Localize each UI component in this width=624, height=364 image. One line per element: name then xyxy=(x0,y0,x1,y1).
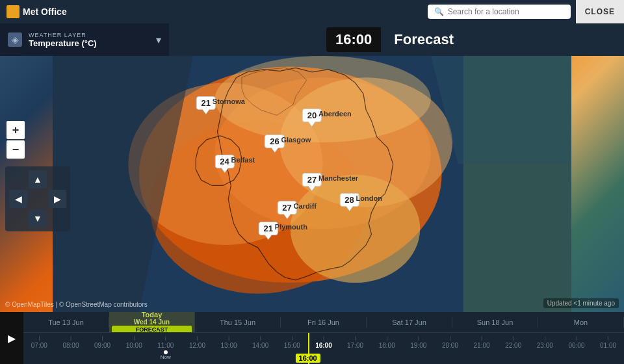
hour-18: 18:00 xyxy=(371,335,403,349)
city-name-cardiff: Cardiff xyxy=(294,202,317,210)
date-fri: Fri 16 Jun xyxy=(281,317,367,328)
zoom-in-button[interactable]: + xyxy=(6,121,25,139)
hour-20: 20:00 xyxy=(434,335,466,349)
city-name-stornowa: Stornowa xyxy=(213,98,245,105)
hour-13: 13:00 xyxy=(213,335,245,349)
hour-09: 09:00 xyxy=(86,335,118,349)
date-sat: Sat 17 Jun xyxy=(367,317,452,328)
play-area: ▶ xyxy=(0,312,23,364)
forecast-tag: FORECAST xyxy=(112,326,192,333)
city-marker-stornowa: 21 Stornowa xyxy=(196,96,216,110)
hour-01: 01:00 xyxy=(592,335,624,349)
city-marker-london: 28 London xyxy=(339,193,359,207)
city-marker-plymouth: 21 Plymouth xyxy=(259,222,278,235)
city-name-glasgow: Glasgow xyxy=(281,136,311,144)
layer-value: Temperature (°C) xyxy=(29,38,150,48)
city-name-aberdeen: Aberdeen xyxy=(318,110,352,118)
city-marker-glasgow: 26 Glasgow xyxy=(265,135,284,148)
logo-area: Met Office xyxy=(0,5,73,18)
city-name-london: London xyxy=(356,194,382,202)
search-input[interactable] xyxy=(448,7,564,16)
city-name-manchester: Manchester xyxy=(318,174,358,182)
hour-21: 21:00 xyxy=(466,335,498,349)
date-sun: Sun 18 Jun xyxy=(452,317,538,328)
layer-label: WEATHER LAYER xyxy=(29,32,150,38)
pan-right-button[interactable]: ▶ xyxy=(48,190,66,208)
timeline-hours[interactable]: 16:00 07:00 08:00 09:00 10:00 11:00 Now … xyxy=(23,333,624,364)
city-marker-manchester: 27 Manchester xyxy=(302,173,322,187)
hour-07: 07:00 xyxy=(23,335,55,349)
city-marker-aberdeen: 20 Aberdeen xyxy=(302,109,322,122)
forecast-header: 16:00 Forecast xyxy=(169,23,624,56)
now-indicator: Now xyxy=(161,350,171,360)
search-area: 🔍 CLOSE xyxy=(428,0,624,23)
layer-icon xyxy=(8,32,22,47)
city-name-plymouth: Plymouth xyxy=(275,223,307,231)
hour-15: 15:00 xyxy=(276,335,308,349)
hour-23: 23:00 xyxy=(529,335,561,349)
now-text: Now xyxy=(161,354,171,360)
layer-dropdown-icon[interactable]: ▾ xyxy=(156,34,161,46)
city-marker-cardiff: 27 Cardiff xyxy=(277,201,296,214)
hour-10: 10:00 xyxy=(118,335,150,349)
date-tue: Tue 13 Jun xyxy=(23,317,109,328)
active-time-label: 16:00 xyxy=(296,354,320,363)
time-badge: 16:00 xyxy=(326,27,381,52)
layer-info: WEATHER LAYER Temperature (°C) xyxy=(29,32,150,48)
timeline: ▶ Tue 13 Jun Today Wed 14 Jun FORECAST T… xyxy=(0,312,624,364)
logo-icon xyxy=(6,5,20,18)
updated-badge: Updated <1 minute ago xyxy=(543,298,619,308)
play-button[interactable]: ▶ xyxy=(8,332,16,344)
zoom-out-button[interactable]: − xyxy=(6,140,25,159)
hour-12: 12:00 xyxy=(181,335,213,349)
map-container[interactable]: 21 Stornowa 20 Aberdeen 26 Glasgow 24 Be… xyxy=(0,56,624,312)
hour-16: 16:00 xyxy=(308,335,340,349)
pan-left-button[interactable]: ◀ xyxy=(9,190,27,208)
logo-text: Met Office xyxy=(23,6,67,17)
hour-00: 00:00 xyxy=(561,335,593,349)
met-office-logo: Met Office xyxy=(6,5,67,18)
date-thu: Thu 15 Jun xyxy=(195,317,281,328)
city-name-belfast: Belfast xyxy=(231,156,255,164)
date-today: Today Wed 14 Jun FORECAST xyxy=(109,312,195,333)
hour-11: 11:00 Now xyxy=(150,335,182,360)
time-marker: 16:00 xyxy=(308,333,309,364)
timeline-dates: Tue 13 Jun Today Wed 14 Jun FORECAST Thu… xyxy=(23,312,624,333)
map-attribution: © OpenMapTiles | © OpenStreetMap contrib… xyxy=(5,301,148,308)
pan-controls: ▲ ◀ ▶ ▼ xyxy=(5,166,70,231)
search-box[interactable]: 🔍 xyxy=(428,5,571,19)
header: Met Office 🔍 CLOSE xyxy=(0,0,624,23)
forecast-label: Forecast xyxy=(381,27,467,52)
weather-layer-panel: WEATHER LAYER Temperature (°C) ▾ xyxy=(0,23,169,56)
city-marker-belfast: 24 Belfast xyxy=(214,155,234,168)
hour-14: 14:00 xyxy=(244,335,276,349)
pan-down-button[interactable]: ▼ xyxy=(29,209,47,228)
zoom-controls: + − xyxy=(6,121,25,159)
search-icon: 🔍 xyxy=(434,7,444,16)
hour-17: 17:00 xyxy=(339,335,371,349)
hour-22: 22:00 xyxy=(497,335,529,349)
hour-08: 08:00 xyxy=(55,335,87,349)
date-mon: Mon xyxy=(538,317,624,328)
pan-up-button[interactable]: ▲ xyxy=(29,170,47,188)
hour-19: 19:00 xyxy=(403,335,435,349)
close-button[interactable]: CLOSE xyxy=(576,0,624,23)
